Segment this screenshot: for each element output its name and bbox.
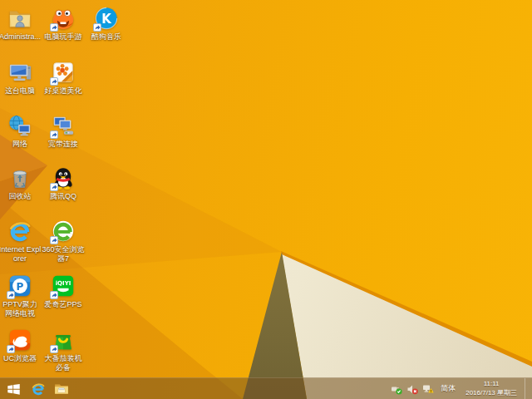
shortcut-arrow-icon xyxy=(50,77,58,86)
desktop-icon-label: Internet Explorer xyxy=(0,245,42,263)
tomato-essentials-icon xyxy=(51,328,76,352)
desktop-icon-tencent-qq[interactable]: 腾讯QQ xyxy=(43,165,83,201)
desktop-icon-label: UC浏览器 xyxy=(0,354,42,363)
desktop-icon-label: 回收站 xyxy=(0,192,42,201)
tencent-qq-icon xyxy=(51,165,76,190)
shortcut-arrow-icon xyxy=(50,23,58,32)
usb-safe-remove-icon[interactable] xyxy=(391,383,402,395)
desktop-icon-label: PPTV聚力 网络电视 xyxy=(0,300,42,318)
desktop-icon-internet-explorer[interactable]: Internet Explorer xyxy=(0,219,40,263)
desktop-icon-label: 360安全浏览器7 xyxy=(42,245,85,263)
desktop-icon-360-browser[interactable]: 360安全浏览器7 xyxy=(43,219,83,263)
clock-time: 11:11 xyxy=(484,380,500,388)
start-button[interactable] xyxy=(0,378,27,399)
desktop-icon-label: 这台电脑 xyxy=(0,86,42,96)
desktop-icon-kugou-music[interactable]: K酷狗音乐 xyxy=(86,6,126,42)
taskbar[interactable]: 简体 11:11 2016/7/13 星期三 xyxy=(0,377,532,399)
taskbar-file-explorer-button[interactable] xyxy=(50,378,73,399)
desktop-icon-uc-browser[interactable]: UC浏览器 xyxy=(0,328,40,363)
desktop-icon-label: 腾讯QQ xyxy=(42,192,85,201)
recycle-bin-icon xyxy=(7,165,32,190)
file-explorer-icon xyxy=(54,382,69,397)
shortcut-arrow-icon xyxy=(50,131,58,139)
desktop-icon-label: 酷狗音乐 xyxy=(85,32,128,42)
desktop-icon-recycle-bin[interactable]: 回收站 xyxy=(0,165,40,201)
windows-logo-icon xyxy=(7,382,21,396)
svg-text:P: P xyxy=(17,281,24,293)
shortcut-arrow-icon xyxy=(50,345,58,353)
desktop[interactable]: Administra...电脑玩手游K酷狗音乐这台电脑好桌道美化网络宽带连接回收… xyxy=(0,0,532,399)
shortcut-arrow-icon xyxy=(50,236,58,244)
desktop-icon-label: 电脑玩手游 xyxy=(42,32,85,42)
broadband-icon xyxy=(51,113,76,138)
desktop-icon-pc-mobile-games[interactable]: 电脑玩手游 xyxy=(43,6,83,42)
desktop-icon-pptv[interactable]: PPPTV聚力 网络电视 xyxy=(0,273,40,318)
shortcut-arrow-icon xyxy=(7,345,15,353)
network-icon xyxy=(7,113,32,138)
taskbar-ie-button[interactable] xyxy=(27,378,50,399)
desktop-icon-label: 好桌道美化 xyxy=(42,86,85,96)
pc-mobile-games-icon xyxy=(51,6,76,31)
desktop-icon-haozhuodao[interactable]: 好桌道美化 xyxy=(43,60,83,96)
iqiyi-pps-icon: iQIYI xyxy=(51,273,76,298)
desktop-icon-this-pc[interactable]: 这台电脑 xyxy=(0,60,40,96)
internet-explorer-icon xyxy=(7,219,32,244)
kugou-music-icon: K xyxy=(94,6,119,31)
desktop-icon-label: 大番茄装机必备 xyxy=(42,354,85,372)
desktop-icon-network[interactable]: 网络 xyxy=(0,113,40,149)
360-browser-icon xyxy=(51,219,76,244)
desktop-icon-user-folder[interactable]: Administra... xyxy=(0,6,40,42)
taskbar-clock[interactable]: 11:11 2016/7/13 星期三 xyxy=(462,380,520,397)
desktop-icon-grid: Administra...电脑玩手游K酷狗音乐这台电脑好桌道美化网络宽带连接回收… xyxy=(0,0,532,399)
uc-browser-icon xyxy=(7,328,32,352)
svg-text:K: K xyxy=(101,12,112,27)
volume-muted-icon[interactable] xyxy=(406,383,418,395)
desktop-icon-label: 爱奇艺PPS xyxy=(42,300,85,309)
network-warning-icon[interactable] xyxy=(422,383,434,395)
desktop-icon-label: 宽带连接 xyxy=(42,140,85,149)
user-folder-icon xyxy=(7,6,32,31)
desktop-icon-label: 网络 xyxy=(0,140,42,149)
shortcut-arrow-icon xyxy=(7,291,15,299)
desktop-icon-label: Administra... xyxy=(0,32,42,42)
desktop-icon-tomato-essentials[interactable]: 大番茄装机必备 xyxy=(43,328,83,372)
shortcut-arrow-icon xyxy=(93,23,101,32)
haozhuodao-icon xyxy=(51,60,76,85)
shortcut-arrow-icon xyxy=(50,183,58,191)
ie-taskbar-icon xyxy=(31,382,46,397)
desktop-icon-broadband[interactable]: 宽带连接 xyxy=(43,113,83,149)
system-tray: 简体 11:11 2016/7/13 星期三 xyxy=(391,378,532,399)
shortcut-arrow-icon xyxy=(50,291,58,299)
show-desktop-button[interactable] xyxy=(525,378,530,399)
pptv-icon: P xyxy=(7,273,32,298)
ime-language-indicator[interactable]: 简体 xyxy=(438,383,458,394)
this-pc-icon xyxy=(7,60,32,85)
svg-text:iQIYI: iQIYI xyxy=(56,279,71,287)
clock-date: 2016/7/13 星期三 xyxy=(466,389,517,397)
desktop-icon-iqiyi-pps[interactable]: iQIYI爱奇艺PPS xyxy=(43,273,83,309)
